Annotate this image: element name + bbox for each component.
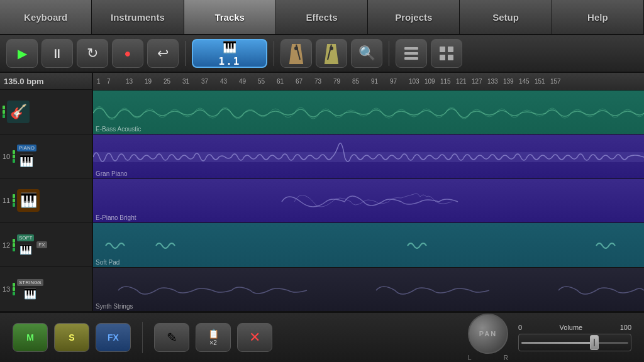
- edit-button[interactable]: ✎: [154, 323, 189, 352]
- volume-section: 0 Volume 100: [518, 324, 631, 351]
- track-2-volume: [13, 150, 15, 163]
- tab-tracks[interactable]: Tracks: [184, 0, 276, 34]
- track-lane-soft[interactable]: Soft Pad: [93, 223, 644, 267]
- transport-display[interactable]: 🎹 1.1: [192, 39, 267, 68]
- track-1-volume: [3, 106, 5, 118]
- waveform-piano: [93, 134, 644, 178]
- toolbar-separator-2: [274, 41, 274, 66]
- ruler-mark: 13: [125, 78, 143, 85]
- track-5-num: 13: [3, 285, 13, 293]
- loop-button[interactable]: ↻: [77, 39, 108, 68]
- ruler-mark: 157: [549, 78, 565, 85]
- ruler-mark: 103: [408, 78, 423, 85]
- track-lane-bass[interactable]: E-Bass Acoustic: [93, 90, 644, 134]
- track-item-1[interactable]: 🎸: [0, 90, 92, 134]
- ruler-mark: 31: [181, 78, 200, 85]
- mute-button[interactable]: M: [13, 323, 48, 352]
- volume-notch: [594, 339, 595, 346]
- ruler-mark: 7: [106, 78, 125, 85]
- track-item-4[interactable]: 12 SOFT 🎹 FX: [0, 223, 92, 268]
- pause-button[interactable]: ⏸: [42, 39, 73, 68]
- track-5-badge: STRINGS: [17, 279, 43, 286]
- pan-section: PAN L R 0 Volume 100: [468, 314, 631, 361]
- timeline-ruler: 1 7 13 19 25 31 37 43 49 55 61 67 73 79 …: [93, 73, 644, 90]
- svg-point-5: [330, 47, 333, 50]
- volume-max-label: 100: [620, 324, 631, 331]
- ruler-mark: 151: [533, 78, 549, 85]
- ruler-mark: 37: [200, 78, 219, 85]
- delete-button[interactable]: ✕: [237, 323, 272, 352]
- ruler-mark: 1: [96, 78, 106, 85]
- waveform-epiano: [93, 179, 644, 223]
- ruler-mark: 145: [518, 78, 533, 85]
- svg-rect-8: [404, 57, 418, 60]
- svg-rect-7: [404, 52, 418, 55]
- pan-l-label: L: [468, 354, 472, 361]
- tab-help[interactable]: Help: [552, 0, 644, 34]
- ruler-mark: 73: [313, 78, 332, 85]
- solo-button[interactable]: S: [54, 323, 89, 352]
- bottom-separator: [142, 322, 143, 353]
- svg-rect-10: [448, 47, 453, 52]
- ruler-mark: 139: [502, 78, 518, 85]
- svg-rect-11: [440, 55, 445, 60]
- ruler-mark: 133: [486, 78, 502, 85]
- record-button[interactable]: ●: [112, 39, 143, 68]
- track-item-2[interactable]: 10 PIANO 🎹: [0, 134, 92, 179]
- lane-soft-label: Soft Pad: [96, 259, 119, 266]
- ruler-mark: 55: [257, 78, 275, 85]
- piano-icon: 🎹: [223, 40, 236, 54]
- volume-fill: [521, 342, 596, 344]
- metronome1-button[interactable]: [280, 39, 312, 68]
- svg-rect-13: [93, 152, 644, 162]
- play-button[interactable]: ▶: [6, 39, 38, 68]
- tab-projects[interactable]: Projects: [368, 0, 460, 34]
- volume-title: Volume: [560, 324, 583, 331]
- track-item-3[interactable]: 11 🎹: [0, 178, 92, 223]
- ruler-mark: 127: [470, 78, 486, 85]
- track-4-badge: SOFT: [17, 234, 34, 241]
- tab-keyboard[interactable]: Keyboard: [0, 0, 92, 34]
- search-button[interactable]: 🔍: [351, 39, 382, 68]
- tab-instruments[interactable]: Instruments: [92, 0, 184, 34]
- metronome2-button[interactable]: [316, 39, 347, 68]
- volume-track: [521, 342, 628, 344]
- fx-button[interactable]: FX: [96, 323, 131, 352]
- toolbar-separator-3: [389, 41, 389, 66]
- track-3-num: 11: [3, 197, 13, 204]
- grid-view-button[interactable]: [431, 39, 462, 68]
- pan-r-label: R: [504, 354, 508, 361]
- track-4-fx-badge[interactable]: FX: [36, 241, 47, 248]
- tab-setup[interactable]: Setup: [460, 0, 552, 34]
- track-lane-piano[interactable]: Gran Piano: [93, 134, 644, 178]
- bpm-display: 135.0 bpm: [0, 73, 92, 90]
- track-2-num: 10: [3, 153, 13, 160]
- volume-thumb[interactable]: [590, 335, 599, 350]
- lane-epiano-label: E-Piano Bright: [96, 214, 136, 221]
- volume-slider-container[interactable]: [518, 334, 631, 351]
- ruler-mark: 61: [275, 78, 294, 85]
- waveform-soft: [93, 223, 644, 267]
- track-3-volume: [13, 194, 15, 207]
- track-2-icon: 🎹: [19, 154, 33, 168]
- track-lane-epiano[interactable]: E-Piano Bright: [93, 179, 644, 223]
- track-4-num: 12: [3, 241, 13, 249]
- svg-rect-6: [404, 47, 418, 50]
- waveform-strings: [93, 268, 644, 312]
- pan-knob[interactable]: PAN: [468, 314, 508, 354]
- lane-strings-label: Synth Strings: [96, 303, 133, 310]
- svg-rect-9: [440, 47, 445, 52]
- track-lane-strings[interactable]: Synth Strings: [93, 268, 644, 312]
- track-item-5[interactable]: 13 STRINGS 🎹: [0, 267, 92, 312]
- copy-button[interactable]: 📋 ×2: [196, 323, 231, 352]
- lane-piano-label: Gran Piano: [96, 170, 128, 177]
- track-4-volume: [13, 239, 15, 251]
- waveform-bass: [93, 90, 644, 134]
- ruler-mark: 109: [423, 78, 439, 85]
- ruler-mark: 91: [370, 78, 389, 85]
- list-view-button[interactable]: [396, 39, 427, 68]
- tab-effects[interactable]: Effects: [276, 0, 368, 34]
- track-5-icon: 🎹: [24, 288, 36, 300]
- undo-button[interactable]: ↩: [147, 39, 179, 68]
- ruler-mark: 67: [294, 78, 313, 85]
